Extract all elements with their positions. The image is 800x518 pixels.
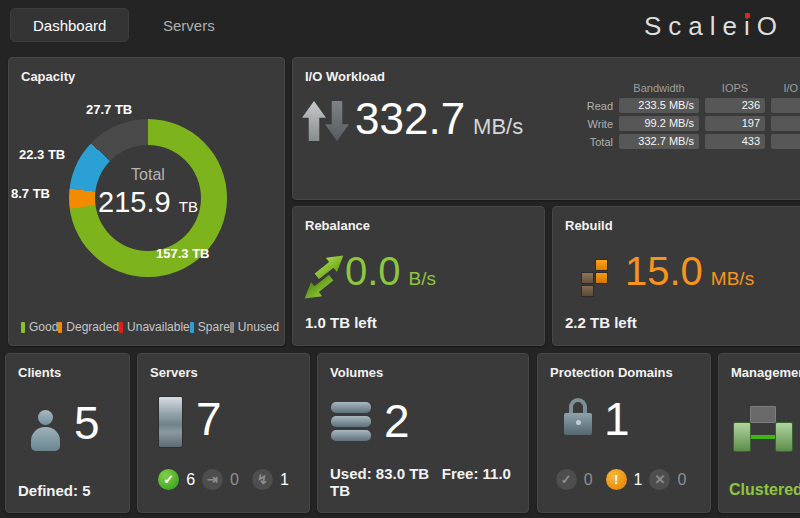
volumes-title: Volumes	[330, 365, 383, 380]
lock-keyhole	[576, 420, 581, 425]
arrow-down-icon	[325, 101, 349, 141]
disconnected-status-icon: ↯	[252, 469, 273, 490]
read-io-size-cell: 987.2	[771, 98, 800, 113]
row-label-write: Write	[573, 118, 613, 130]
volumes-count: 2	[384, 394, 410, 448]
io-workload-title: I/O Workload	[305, 69, 385, 84]
volume-bar-1	[331, 402, 371, 413]
write-bandwidth-cell: 99.2 MB/s	[619, 116, 699, 131]
clients-count: 5	[74, 396, 100, 450]
capacity-total-unit: TB	[179, 198, 198, 215]
removed-status-icon: ⇥	[202, 469, 223, 490]
block-orange-1	[595, 259, 608, 271]
legend-mark-unavailable	[119, 322, 123, 333]
rebalance-unit: B/s	[409, 268, 436, 290]
servers-count: 7	[196, 392, 222, 446]
legend-item-spare: Spare	[190, 320, 230, 334]
legend-mark-spare	[190, 322, 194, 333]
rebalance-panel: Rebalance 0.0 B/s 1.0 TB left	[292, 206, 545, 346]
scaleio-dashboard: Dashboard Servers Scale i O Capacity Tot…	[0, 0, 800, 518]
volumes-used: Used: 83.0 TB	[330, 465, 429, 482]
scaleio-logo: Scale i O	[644, 11, 784, 42]
logo-text-after: O	[757, 11, 784, 42]
capacity-legend: Good Degraded Unavailable Spare Unused	[21, 320, 274, 334]
logo-letter-i: i	[744, 11, 757, 42]
row-label-total: Total	[573, 136, 613, 148]
tab-servers[interactable]: Servers	[153, 8, 225, 42]
volumes-footer: Used: 83.0 TB Free: 11.0 TB	[330, 465, 528, 499]
volume-bar-2	[331, 416, 371, 427]
servers-tile: Servers 7 ✓ 6 ⇥ 0 ↯ 1	[137, 353, 310, 513]
protection-domains-count: 1	[604, 392, 630, 446]
ok-status-icon: ✓	[158, 469, 179, 490]
rebuild-value: 15.0	[625, 249, 703, 294]
rebuild-title: Rebuild	[565, 218, 613, 233]
callout-good: 157.3 TB	[156, 246, 209, 261]
rebuild-rate: 15.0 MB/s	[625, 249, 754, 294]
management-status: Clustered	[729, 481, 800, 499]
col-header-io-size: I/O Size	[771, 82, 800, 94]
ok-status-icon: ✓	[556, 469, 577, 490]
logo-text-before: Scale	[644, 11, 744, 42]
clients-tile: Clients 5 Defined: 5	[5, 353, 130, 513]
legend-item-unavailable: Unavailable	[119, 320, 190, 334]
legend-mark-unused	[230, 322, 234, 333]
servers-title: Servers	[150, 365, 198, 380]
cluster-link	[749, 435, 777, 439]
capacity-total: Total 215.9 TB	[69, 166, 227, 219]
io-bandwidth-unit: MB/s	[473, 114, 523, 140]
error-count: 0	[677, 471, 686, 489]
io-stats-table: Bandwidth IOPS I/O Size Read 233.5 MB/s …	[573, 80, 800, 149]
col-header-bandwidth: Bandwidth	[619, 82, 699, 94]
rebalance-value: 0.0	[345, 249, 401, 294]
read-write-arrows-icon	[301, 100, 353, 142]
row-label-read: Read	[573, 100, 613, 112]
capacity-panel: Capacity Total 215.9 TB 27.7 TB 22.3 TB …	[8, 57, 285, 346]
arrow-up-icon	[302, 101, 326, 141]
write-io-size-cell: 518.7	[771, 116, 800, 131]
rebuild-blocks-icon	[581, 259, 611, 299]
rebalance-title: Rebalance	[305, 218, 370, 233]
rebuild-unit: MB/s	[711, 268, 754, 290]
rebalance-remaining: 1.0 TB left	[305, 314, 377, 331]
capacity-total-value: 215.9 TB	[69, 186, 227, 219]
person-body	[31, 427, 60, 451]
legend-item-degraded: Degraded	[58, 320, 119, 334]
server-icon	[158, 396, 183, 448]
callout-spare: 22.3 TB	[19, 147, 65, 162]
clients-title: Clients	[18, 365, 61, 380]
lock-icon	[564, 398, 592, 438]
person-icon	[28, 410, 62, 454]
rebuild-remaining: 2.2 TB left	[565, 314, 637, 331]
protection-domains-title: Protection Domains	[550, 365, 673, 380]
legend-mark-degraded	[58, 322, 62, 333]
volumes-icon	[331, 402, 371, 444]
legend-item-good: Good	[21, 320, 58, 334]
cluster-box	[750, 406, 776, 423]
block-brown-2	[581, 285, 594, 297]
rebalance-arrows-icon	[301, 255, 347, 299]
disconnected-count: 1	[280, 471, 289, 489]
rebuild-panel: Rebuild 15.0 MB/s 2.2 TB left	[552, 206, 800, 346]
capacity-title: Capacity	[21, 69, 75, 84]
write-iops-cell: 197	[705, 116, 765, 131]
cluster-icon	[733, 406, 793, 452]
col-header-iops: IOPS	[705, 82, 765, 94]
volumes-tile: Volumes 2 Used: 83.0 TB Free: 11.0 TB	[317, 353, 529, 513]
top-tab-bar: Dashboard Servers Scale i O	[0, 0, 800, 50]
management-tile: Management Clustered	[718, 353, 800, 513]
total-bandwidth-cell: 332.7 MB/s	[619, 134, 699, 149]
read-bandwidth-cell: 233.5 MB/s	[619, 98, 699, 113]
block-orange-2	[595, 272, 608, 284]
warning-status-icon: !	[606, 469, 627, 490]
warning-count: 1	[634, 471, 643, 489]
legend-mark-good	[21, 322, 25, 333]
io-total-bandwidth: 332.7 MB/s	[355, 94, 523, 144]
callout-unused: 27.7 TB	[86, 102, 132, 117]
tab-dashboard[interactable]: Dashboard	[10, 8, 129, 42]
management-title: Management	[731, 365, 800, 380]
block-brown-1	[581, 272, 594, 284]
io-bandwidth-value: 332.7	[355, 94, 465, 144]
rebalance-rate: 0.0 B/s	[345, 249, 436, 294]
io-workload-panel: I/O Workload 332.7 MB/s ⇄ 433 IOPS Bandw…	[292, 57, 800, 200]
